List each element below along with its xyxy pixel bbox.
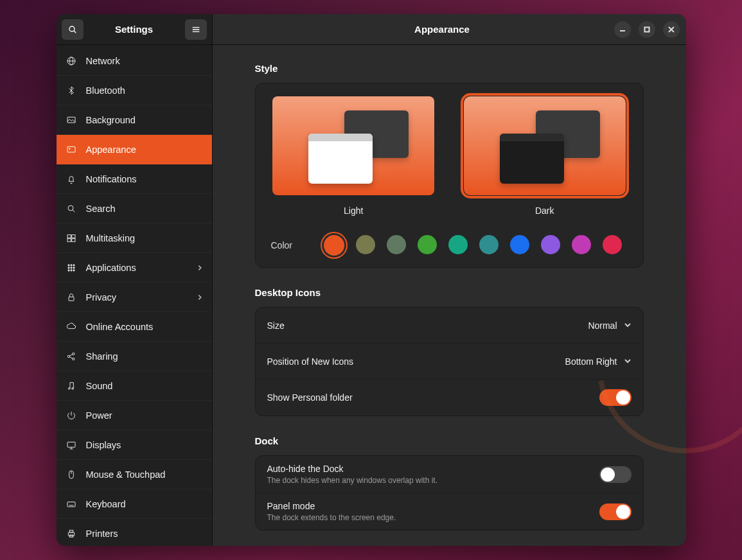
sidebar-item-applications[interactable]: Applications [57,253,212,283]
sidebar-item-sharing[interactable]: Sharing [57,342,212,371]
desktop-icons-card: Size Normal Position of New Icons Bottom… [255,307,644,416]
sidebar-item-label: Online Accounts [86,322,203,332]
color-swatch-red[interactable] [603,235,622,254]
sidebar-item-label: Sharing [86,351,203,362]
mouse-touchpad-icon [66,469,77,480]
sidebar-item-keyboard[interactable]: Keyboard [57,489,212,519]
page-title: Appearance [270,24,614,35]
style-card: Light Dark Color [255,83,644,268]
svg-point-17 [67,264,69,265]
style-dark-label: Dark [535,206,554,216]
icon-position-row[interactable]: Position of New Icons Bottom Right [256,344,643,380]
autohide-toggle[interactable] [599,466,632,483]
maximize-button[interactable] [639,21,655,38]
color-swatch-sage[interactable] [387,235,406,254]
panel-mode-toggle[interactable] [599,503,632,520]
printers-icon [66,529,77,539]
window-controls [614,21,680,38]
chevron-down-icon [624,320,632,331]
svg-line-30 [69,354,73,356]
sidebar-item-label: Privacy [86,292,188,302]
privacy-icon [66,292,77,302]
sidebar-item-sound[interactable]: Sound [57,371,212,401]
chevron-down-icon [624,356,632,367]
svg-rect-13 [67,234,71,238]
background-icon [66,115,77,125]
notifications-icon [66,174,77,184]
sidebar-item-label: Keyboard [86,499,203,509]
desktop-icons-heading: Desktop Icons [255,287,644,298]
style-option-light[interactable] [272,96,434,195]
svg-rect-14 [71,234,75,238]
search-icon [67,24,78,35]
close-button[interactable] [663,21,680,38]
content-scroll[interactable]: Style Light Dark [213,45,686,546]
sidebar-item-power[interactable]: Power [57,401,212,430]
color-swatch-purple[interactable] [541,235,560,254]
icon-size-row[interactable]: Size Normal [256,308,643,344]
minimize-button[interactable] [614,21,631,38]
minimize-icon [619,26,626,33]
sidebar-item-label: Mouse & Touchpad [86,469,203,480]
sidebar-item-appearance[interactable]: Appearance [57,135,212,164]
sidebar-item-privacy[interactable]: Privacy [57,283,212,312]
chevron-right-icon [197,263,203,273]
power-icon [66,410,77,421]
color-swatch-green[interactable] [418,235,437,254]
sidebar: Settings NetworkBluetoothBackgroundAppea… [57,14,213,546]
svg-rect-39 [67,502,75,506]
svg-rect-42 [69,530,73,532]
color-swatch-teal[interactable] [448,235,468,254]
style-option-dark[interactable] [464,96,626,195]
sidebar-item-printers[interactable]: Printers [57,519,212,546]
svg-line-1 [74,31,76,33]
sidebar-item-label: Multitasking [86,233,203,243]
sharing-icon [66,351,77,362]
sidebar-item-label: Printers [86,529,203,539]
svg-point-33 [71,387,73,389]
sidebar-item-network[interactable]: Network [57,46,212,76]
personal-folder-toggle[interactable] [599,389,632,406]
sidebar-item-online-accounts[interactable]: Online Accounts [57,312,212,342]
search-icon [66,204,77,214]
titlebar: Appearance [213,14,686,45]
svg-point-11 [68,206,73,211]
displays-icon [66,440,77,450]
applications-icon [66,263,77,273]
color-swatch-blue[interactable] [510,235,529,254]
sidebar-item-multitasking[interactable]: Multitasking [57,223,212,253]
panel-mode-row: Panel mode The dock extends to the scree… [256,493,643,530]
color-swatch-orange[interactable] [324,235,344,256]
search-button[interactable] [62,19,84,40]
svg-point-27 [67,355,69,357]
sidebar-item-label: Search [86,204,203,214]
maximize-icon [644,26,650,33]
hamburger-menu-button[interactable] [185,19,207,40]
icon-position-label: Position of New Icons [267,356,565,367]
svg-rect-45 [644,27,649,31]
sidebar-item-label: Bluetooth [86,85,203,96]
color-swatch-row [324,235,622,256]
autohide-label: Auto-hide the Dock [267,464,599,474]
dock-heading: Dock [255,435,644,446]
color-swatch-cyan[interactable] [479,235,499,254]
panel-mode-label: Panel mode [267,501,599,511]
sidebar-item-search[interactable]: Search [57,194,212,223]
color-swatch-olive[interactable] [356,235,375,254]
network-icon [66,56,77,66]
svg-line-31 [69,356,73,358]
sidebar-item-mouse-touchpad[interactable]: Mouse & Touchpad [57,460,212,489]
icon-size-label: Size [267,320,588,331]
online-accounts-icon [66,322,77,332]
sidebar-item-bluetooth[interactable]: Bluetooth [57,76,212,105]
sidebar-item-label: Power [86,410,203,421]
svg-point-29 [72,358,74,360]
sidebar-item-notifications[interactable]: Notifications [57,164,212,194]
chevron-right-icon [197,292,203,302]
color-swatch-magenta[interactable] [572,235,591,254]
sidebar-item-background[interactable]: Background [57,105,212,135]
svg-rect-15 [67,238,71,241]
sidebar-item-displays[interactable]: Displays [57,430,212,460]
svg-rect-16 [71,238,75,241]
settings-window: Settings NetworkBluetoothBackgroundAppea… [57,14,686,546]
